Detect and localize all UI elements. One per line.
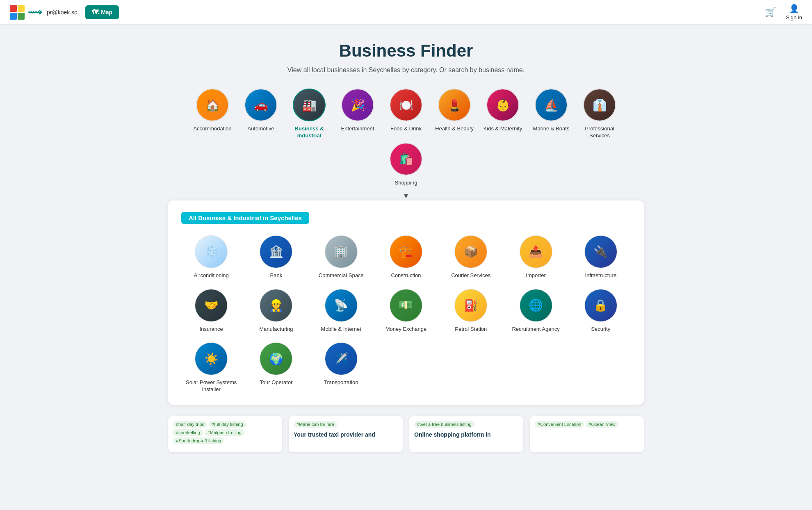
subcat-label-mobile: Mobile & Internet [321,326,361,333]
subcat-img-recruitment: 🌐 [520,289,552,322]
subcat-img-commercial: 🏢 [325,235,358,268]
subcat-label-courier: Courier Services [451,272,490,279]
subcat-item-solar[interactable]: ☀️ Solar Power Systems Installer [181,342,241,393]
top-cat-img-food: 🍽️ [390,89,422,121]
listing-card-3[interactable]: #Convenient Location#Ocean View [530,416,644,452]
subcat-img-solar: ☀️ [195,342,228,375]
top-cat-img-kids: 👶 [486,89,519,121]
subcat-item-commercial[interactable]: 🏢 Commercial Space [311,235,371,279]
subcat-label-manufacturing: Manufacturing [259,326,293,333]
top-cat-item-marine[interactable]: ⛵ Marine & Boats [529,89,574,139]
subcat-img-importer: 📤 [520,235,552,268]
top-cat-item-shopping[interactable]: 🛍️ Shopping [383,143,429,187]
listing-title: Online shopping platform in [414,431,518,439]
subcat-img-infrastructure: 🔌 [584,235,617,268]
top-cat-item-professional[interactable]: 👔 Professional Services [577,89,622,139]
subcat-label-money: Money Exchange [385,326,427,333]
subcat-img-mobile: 📡 [325,289,358,322]
subcat-img-bank: 🏦 [260,235,292,268]
subcat-item-courier[interactable]: 📦 Courier Services [441,235,501,279]
subcat-img-transport: ✈️ [325,342,358,375]
subcat-item-insurance[interactable]: 🤝 Insurance [181,289,241,333]
subcat-item-infrastructure[interactable]: 🔌 Infrastructure [571,235,631,279]
listing-card-1[interactable]: #Mahe cab for hire Your trusted taxi pro… [289,416,403,452]
listing-card-bottom: #Get a free business listing Online shop… [409,416,523,444]
header-right: 🛒 👤 Sign in [765,4,802,20]
logo-sq-blue [10,13,17,20]
listing-tags: #half-day trips#full-day fishing#snorkel… [173,421,277,444]
subcat-item-construction[interactable]: 🏗️ Construction [376,235,436,279]
subcat-img-aircon: ❄️ [195,235,228,268]
top-cat-label-accommodation: Accommodation [193,125,231,132]
subcat-img-construction: 🏗️ [390,235,422,268]
listing-card-2[interactable]: #Get a free business listing Online shop… [409,416,523,452]
subcat-item-petrol[interactable]: ⛽ Petrol Station [441,289,501,333]
subcat-item-mobile[interactable]: 📡 Mobile & Internet [311,289,371,333]
top-cat-label-marine: Marine & Boats [533,125,570,132]
top-cat-label-entertainment: Entertainment [341,125,374,132]
bottom-listings: #half-day trips#full-day fishing#snorkel… [168,416,644,452]
subcat-item-money[interactable]: 💵 Money Exchange [376,289,436,333]
listing-tags: #Mahe cab for hire [294,421,398,428]
logo-squares [10,5,25,20]
listing-tag: #Ocean View [586,421,618,428]
logo[interactable]: ⟿ [10,5,42,20]
signin-button[interactable]: 👤 Sign in [786,4,802,20]
subcat-item-recruitment[interactable]: 🌐 Recruitment Agency [506,289,566,333]
listing-title: Your trusted taxi provider and [294,431,398,439]
subcat-label-importer: Importer [526,272,545,279]
subcat-label-tour: Tour Operator [260,379,292,386]
top-cat-img-marine: ⛵ [535,89,568,121]
cart-button[interactable]: 🛒 [765,7,776,18]
listing-tags: #Convenient Location#Ocean View [535,421,639,428]
subcat-item-aircon[interactable]: ❄️ Airconditioning [181,235,241,279]
subcat-item-manufacturing[interactable]: 👷 Manufacturing [246,289,306,333]
top-categories: 🏠 Accommodation 🚗 Automotive 🏭 Business … [168,89,644,187]
subcategories-panel: All Business & Industrial in Seychelles … [168,200,644,405]
dropdown-arrow: ▾ [168,191,644,200]
subcat-label-bank: Bank [270,272,283,279]
listing-tag: #Mahe cab for hire [294,421,337,428]
top-cat-label-health: Health & Beauty [435,125,474,132]
cart-icon: 🛒 [765,7,776,17]
map-button-label: Map [101,9,112,16]
listing-card-bottom: #Convenient Location#Ocean View [530,416,644,436]
listing-tag: #snorkelling [173,429,203,436]
top-cat-label-business: Business & Industrial [287,125,332,139]
logo-arrow-icon: ⟿ [28,7,42,18]
top-cat-item-food[interactable]: 🍽️ Food & Drink [383,89,429,139]
subcat-img-tour: 🌍 [260,342,292,375]
subcat-label-recruitment: Recruitment Agency [512,326,559,333]
subcat-item-tour[interactable]: 🌍 Tour Operator [246,342,306,393]
listing-card-0[interactable]: #half-day trips#full-day fishing#snorkel… [168,416,282,452]
subcat-item-importer[interactable]: 📤 Importer [506,235,566,279]
subcat-label-solar: Solar Power Systems Installer [181,379,241,393]
subcat-label-aircon: Airconditioning [194,272,229,279]
top-cat-item-health[interactable]: 💄 Health & Beauty [432,89,477,139]
top-cat-img-entertainment: 🎉 [341,89,374,121]
subcat-item-security[interactable]: 🔒 Security [571,289,631,333]
signin-label: Sign in [786,14,802,20]
top-cat-item-accommodation[interactable]: 🏠 Accommodation [190,89,235,139]
subcategories-grid: ❄️ Airconditioning 🏦 Bank 🏢 Commercial S… [181,235,631,394]
subcat-item-transport[interactable]: ✈️ Transportation [311,342,371,393]
logo-sq-red [10,5,17,12]
subcat-item-bank[interactable]: 🏦 Bank [246,235,306,279]
subcat-img-security: 🔒 [584,289,617,322]
top-cat-label-professional: Professional Services [577,125,622,139]
map-button[interactable]: 🗺 Map [85,5,119,19]
subcat-label-insurance: Insurance [200,326,223,333]
subcat-label-transport: Transportation [324,379,358,386]
subcat-label-petrol: Petrol Station [455,326,487,333]
subcat-label-construction: Construction [391,272,421,279]
page-subtitle: View all local businesses in Seychelles … [168,66,644,74]
top-cat-item-kids[interactable]: 👶 Kids & Maternity [480,89,525,139]
logo-sq-green [18,13,25,20]
top-cat-img-automotive: 🚗 [244,89,277,121]
top-cat-item-automotive[interactable]: 🚗 Automotive [238,89,283,139]
header-email: pr@koek.sc [47,9,77,16]
top-cat-item-business[interactable]: 🏭 Business & Industrial [287,89,332,139]
top-cat-item-entertainment[interactable]: 🎉 Entertainment [335,89,380,139]
top-cat-img-business: 🏭 [293,89,326,121]
listing-tags: #Get a free business listing [414,421,518,428]
